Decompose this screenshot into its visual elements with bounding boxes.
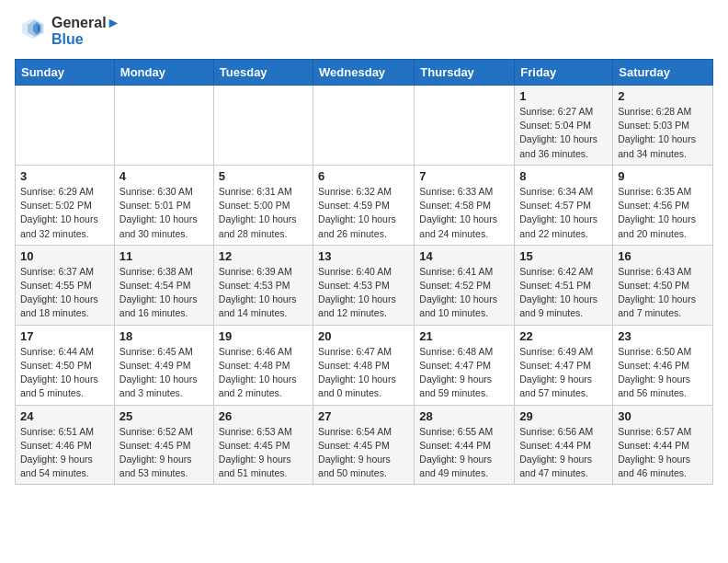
calendar-cell: 25Sunrise: 6:52 AM Sunset: 4:45 PM Dayli… (114, 405, 213, 485)
day-number: 1 (519, 89, 608, 103)
calendar-body: 1Sunrise: 6:27 AM Sunset: 5:04 PM Daylig… (16, 86, 713, 485)
day-number: 16 (618, 249, 708, 263)
calendar-cell: 26Sunrise: 6:53 AM Sunset: 4:45 PM Dayli… (213, 405, 313, 485)
calendar-cell: 21Sunrise: 6:48 AM Sunset: 4:47 PM Dayli… (415, 325, 515, 405)
calendar-cell: 9Sunrise: 6:35 AM Sunset: 4:56 PM Daylig… (613, 165, 713, 245)
calendar-cell: 6Sunrise: 6:32 AM Sunset: 4:59 PM Daylig… (313, 165, 415, 245)
day-number: 20 (318, 329, 409, 343)
logo-text: General► Blue (51, 15, 120, 48)
week-row-1: 1Sunrise: 6:27 AM Sunset: 5:04 PM Daylig… (16, 86, 713, 166)
day-info: Sunrise: 6:33 AM Sunset: 4:58 PM Dayligh… (419, 185, 509, 241)
week-row-5: 24Sunrise: 6:51 AM Sunset: 4:46 PM Dayli… (16, 405, 713, 485)
calendar-cell: 7Sunrise: 6:33 AM Sunset: 4:58 PM Daylig… (415, 165, 515, 245)
day-info: Sunrise: 6:37 AM Sunset: 4:55 PM Dayligh… (20, 265, 109, 321)
day-info: Sunrise: 6:55 AM Sunset: 4:44 PM Dayligh… (419, 425, 509, 481)
day-info: Sunrise: 6:50 AM Sunset: 4:46 PM Dayligh… (618, 345, 708, 401)
weekday-header-saturday: Saturday (613, 60, 713, 86)
day-number: 18 (119, 329, 209, 343)
logo-icon (15, 15, 48, 48)
logo: General► Blue (15, 15, 120, 48)
calendar-cell: 16Sunrise: 6:43 AM Sunset: 4:50 PM Dayli… (613, 245, 713, 325)
day-info: Sunrise: 6:41 AM Sunset: 4:52 PM Dayligh… (419, 265, 509, 321)
day-info: Sunrise: 6:43 AM Sunset: 4:50 PM Dayligh… (618, 265, 708, 321)
day-info: Sunrise: 6:31 AM Sunset: 5:00 PM Dayligh… (219, 185, 308, 241)
day-info: Sunrise: 6:38 AM Sunset: 4:54 PM Dayligh… (119, 265, 209, 321)
day-info: Sunrise: 6:39 AM Sunset: 4:53 PM Dayligh… (219, 265, 308, 321)
weekday-header-monday: Monday (114, 60, 213, 86)
calendar-cell (114, 86, 213, 166)
day-info: Sunrise: 6:29 AM Sunset: 5:02 PM Dayligh… (20, 185, 109, 241)
day-number: 23 (618, 329, 708, 343)
day-number: 3 (20, 169, 109, 183)
day-number: 19 (219, 329, 308, 343)
day-number: 6 (318, 169, 409, 183)
calendar-header: SundayMondayTuesdayWednesdayThursdayFrid… (16, 60, 713, 86)
calendar-cell: 24Sunrise: 6:51 AM Sunset: 4:46 PM Dayli… (16, 405, 115, 485)
day-info: Sunrise: 6:57 AM Sunset: 4:44 PM Dayligh… (618, 425, 708, 481)
day-number: 2 (618, 89, 708, 103)
weekday-header-sunday: Sunday (16, 60, 115, 86)
weekday-header-thursday: Thursday (415, 60, 515, 86)
calendar-cell (16, 86, 115, 166)
calendar-cell: 4Sunrise: 6:30 AM Sunset: 5:01 PM Daylig… (114, 165, 213, 245)
day-number: 10 (20, 249, 109, 263)
calendar-cell: 20Sunrise: 6:47 AM Sunset: 4:48 PM Dayli… (313, 325, 415, 405)
day-number: 25 (119, 409, 209, 423)
day-info: Sunrise: 6:51 AM Sunset: 4:46 PM Dayligh… (20, 425, 109, 481)
weekday-header-tuesday: Tuesday (213, 60, 313, 86)
calendar-cell: 12Sunrise: 6:39 AM Sunset: 4:53 PM Dayli… (213, 245, 313, 325)
calendar-cell: 5Sunrise: 6:31 AM Sunset: 5:00 PM Daylig… (213, 165, 313, 245)
week-row-2: 3Sunrise: 6:29 AM Sunset: 5:02 PM Daylig… (16, 165, 713, 245)
day-info: Sunrise: 6:34 AM Sunset: 4:57 PM Dayligh… (519, 185, 608, 241)
calendar-cell: 10Sunrise: 6:37 AM Sunset: 4:55 PM Dayli… (16, 245, 115, 325)
calendar-cell (415, 86, 515, 166)
day-info: Sunrise: 6:54 AM Sunset: 4:45 PM Dayligh… (318, 425, 409, 481)
calendar-cell: 17Sunrise: 6:44 AM Sunset: 4:50 PM Dayli… (16, 325, 115, 405)
day-number: 24 (20, 409, 109, 423)
day-info: Sunrise: 6:42 AM Sunset: 4:51 PM Dayligh… (519, 265, 608, 321)
day-number: 11 (119, 249, 209, 263)
page-header: General► Blue (15, 15, 713, 48)
day-number: 26 (219, 409, 308, 423)
calendar-cell: 3Sunrise: 6:29 AM Sunset: 5:02 PM Daylig… (16, 165, 115, 245)
day-number: 9 (618, 169, 708, 183)
calendar-cell: 8Sunrise: 6:34 AM Sunset: 4:57 PM Daylig… (515, 165, 613, 245)
day-info: Sunrise: 6:52 AM Sunset: 4:45 PM Dayligh… (119, 425, 209, 481)
day-info: Sunrise: 6:35 AM Sunset: 4:56 PM Dayligh… (618, 185, 708, 241)
weekday-header-friday: Friday (515, 60, 613, 86)
calendar-cell: 13Sunrise: 6:40 AM Sunset: 4:53 PM Dayli… (313, 245, 415, 325)
day-info: Sunrise: 6:30 AM Sunset: 5:01 PM Dayligh… (119, 185, 209, 241)
calendar-cell: 22Sunrise: 6:49 AM Sunset: 4:47 PM Dayli… (515, 325, 613, 405)
weekday-header-row: SundayMondayTuesdayWednesdayThursdayFrid… (16, 60, 713, 86)
calendar-cell: 14Sunrise: 6:41 AM Sunset: 4:52 PM Dayli… (415, 245, 515, 325)
day-number: 17 (20, 329, 109, 343)
week-row-3: 10Sunrise: 6:37 AM Sunset: 4:55 PM Dayli… (16, 245, 713, 325)
day-number: 22 (519, 329, 608, 343)
day-number: 14 (419, 249, 509, 263)
day-info: Sunrise: 6:28 AM Sunset: 5:03 PM Dayligh… (618, 105, 708, 161)
day-number: 30 (618, 409, 708, 423)
calendar-cell: 15Sunrise: 6:42 AM Sunset: 4:51 PM Dayli… (515, 245, 613, 325)
calendar-cell (213, 86, 313, 166)
day-info: Sunrise: 6:40 AM Sunset: 4:53 PM Dayligh… (318, 265, 409, 321)
calendar-table: SundayMondayTuesdayWednesdayThursdayFrid… (15, 59, 713, 485)
calendar-cell: 11Sunrise: 6:38 AM Sunset: 4:54 PM Dayli… (114, 245, 213, 325)
day-number: 15 (519, 249, 608, 263)
day-number: 8 (519, 169, 608, 183)
calendar-cell: 2Sunrise: 6:28 AM Sunset: 5:03 PM Daylig… (613, 86, 713, 166)
day-info: Sunrise: 6:48 AM Sunset: 4:47 PM Dayligh… (419, 345, 509, 401)
day-number: 29 (519, 409, 608, 423)
day-info: Sunrise: 6:53 AM Sunset: 4:45 PM Dayligh… (219, 425, 308, 481)
day-info: Sunrise: 6:49 AM Sunset: 4:47 PM Dayligh… (519, 345, 608, 401)
day-info: Sunrise: 6:45 AM Sunset: 4:49 PM Dayligh… (119, 345, 209, 401)
day-number: 4 (119, 169, 209, 183)
day-number: 27 (318, 409, 409, 423)
weekday-header-wednesday: Wednesday (313, 60, 415, 86)
day-number: 7 (419, 169, 509, 183)
day-number: 21 (419, 329, 509, 343)
calendar-cell: 29Sunrise: 6:56 AM Sunset: 4:44 PM Dayli… (515, 405, 613, 485)
calendar-cell (313, 86, 415, 166)
calendar-cell: 18Sunrise: 6:45 AM Sunset: 4:49 PM Dayli… (114, 325, 213, 405)
calendar-cell: 27Sunrise: 6:54 AM Sunset: 4:45 PM Dayli… (313, 405, 415, 485)
day-number: 12 (219, 249, 308, 263)
